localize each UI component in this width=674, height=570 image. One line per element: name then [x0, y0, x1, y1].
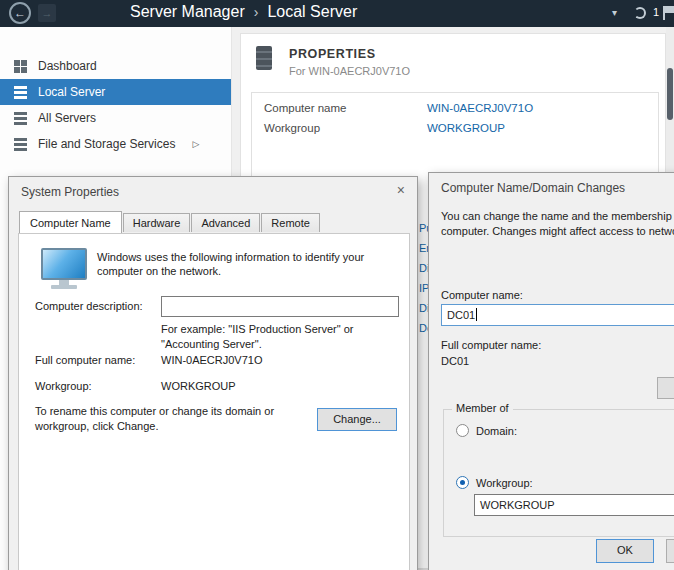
dialog-intro-line1: You can change the name and the membersh… — [441, 209, 674, 224]
description-example-text: For example: "IIS Production Server" or … — [161, 322, 391, 352]
workgroup-input-value: WORKGROUP — [480, 499, 555, 511]
workgroup-input[interactable]: WORKGROUP — [474, 494, 674, 516]
system-properties-dialog: System Properties × Computer Name Hardwa… — [8, 176, 418, 570]
property-value-link[interactable]: WIN-0AECRJ0V71O — [427, 102, 533, 114]
monitor-icon-base — [51, 285, 77, 289]
full-computer-name-label: Full computer name: — [441, 339, 541, 351]
sidebar-item-label: File and Storage Services — [38, 137, 175, 151]
sidebar-item-all-servers[interactable]: All Servers — [0, 105, 231, 131]
server-manager-window: ← → Server Manager › Local Server ▾ 1 Da… — [0, 0, 674, 570]
property-value-link[interactable]: WORKGROUP — [427, 122, 505, 134]
member-of-label: Member of — [452, 402, 513, 414]
sidebar-item-file-storage-services[interactable]: File and Storage Services ▷ — [0, 131, 231, 157]
expand-arrow-icon[interactable]: ▷ — [192, 139, 199, 149]
close-icon[interactable]: × — [397, 183, 405, 197]
dialog-tabs: Computer Name Hardware Advanced Remote — [19, 211, 321, 232]
computer-name-label: Computer name: — [441, 289, 523, 301]
full-computer-name-value: DC01 — [441, 355, 469, 367]
tab-computer-name[interactable]: Computer Name — [19, 211, 122, 233]
computer-name-input[interactable]: DC01 — [441, 304, 674, 326]
sidebar-item-dashboard[interactable]: Dashboard — [0, 53, 231, 79]
full-computer-name-label: Full computer name: — [35, 354, 135, 366]
member-of-group: Member of Domain: Workgroup: WORKGROUP — [443, 409, 674, 537]
table-row: Computer name WIN-0AECRJ0V71O — [252, 99, 658, 119]
notification-count[interactable]: 1 — [653, 6, 659, 18]
breadcrumb: Server Manager › Local Server — [130, 3, 357, 21]
property-label: Workgroup — [264, 122, 320, 134]
properties-server-icon — [256, 46, 272, 70]
breadcrumb-current-page: Local Server — [267, 3, 357, 21]
chevron-down-icon[interactable]: ▾ — [612, 7, 617, 18]
dashboard-icon — [14, 60, 27, 73]
property-value-fragment: En — [419, 238, 428, 258]
computer-name-tab-panel: Windows uses the following information t… — [18, 233, 410, 570]
tab-remote[interactable]: Remote — [261, 213, 320, 232]
property-value-fragment: IP — [419, 278, 428, 298]
occluded-property-values: Pu En Di IP Di Do — [419, 218, 428, 338]
property-label: Computer name — [264, 102, 346, 114]
computer-name-domain-changes-dialog: Computer Name/Domain Changes You can cha… — [428, 172, 674, 570]
workgroup-radio[interactable] — [456, 476, 469, 489]
intro-text: Windows uses the following information t… — [97, 250, 397, 278]
ok-button[interactable]: OK — [596, 539, 654, 563]
sidebar-item-local-server[interactable]: Local Server — [0, 79, 231, 105]
dialog-intro-line2: computer. Changes might affect access to… — [441, 224, 674, 239]
dialog-title: System Properties — [21, 185, 119, 199]
computer-description-input[interactable] — [161, 296, 399, 317]
more-button[interactable] — [657, 377, 674, 399]
properties-title: PROPERTIES — [289, 47, 376, 61]
property-value-fragment: Pu — [419, 218, 428, 238]
server-icon — [14, 86, 27, 99]
computer-description-label: Computer description: — [35, 300, 143, 312]
back-icon[interactable]: ← — [9, 2, 31, 24]
flag-icon[interactable] — [663, 6, 665, 20]
text-cursor — [476, 308, 477, 321]
domain-radio-label[interactable]: Domain: — [476, 425, 517, 437]
dialog-title: Computer Name/Domain Changes — [441, 181, 625, 195]
top-bar: ← → Server Manager › Local Server ▾ 1 — [0, 0, 674, 27]
domain-radio[interactable] — [456, 424, 469, 437]
tab-advanced[interactable]: Advanced — [191, 213, 260, 232]
property-value-fragment: Do — [419, 318, 428, 338]
change-button[interactable]: Change... — [317, 408, 397, 431]
sidebar-item-label: Dashboard — [38, 59, 97, 73]
sidebar-item-label: Local Server — [38, 85, 105, 99]
sidebar-item-label: All Servers — [38, 111, 96, 125]
refresh-icon[interactable] — [634, 7, 646, 19]
storage-icon — [14, 138, 27, 151]
properties-subtitle: For WIN-0AECRJ0V71O — [289, 65, 410, 77]
breadcrumb-separator-icon: › — [254, 4, 259, 20]
workgroup-label: Workgroup: — [35, 380, 92, 392]
scrollbar-thumb[interactable] — [667, 68, 673, 120]
workgroup-radio-label[interactable]: Workgroup: — [476, 477, 533, 489]
cancel-button[interactable] — [666, 539, 674, 563]
workgroup-value: WORKGROUP — [161, 380, 236, 392]
monitor-icon — [41, 248, 87, 280]
tab-hardware[interactable]: Hardware — [123, 213, 191, 232]
full-computer-name-value: WIN-0AECRJ0V71O — [161, 354, 262, 366]
property-value-fragment: Di — [419, 258, 428, 278]
servers-icon — [14, 112, 27, 125]
property-value-fragment: Di — [419, 298, 428, 318]
forward-icon[interactable]: → — [38, 4, 56, 22]
table-row: Workgroup WORKGROUP — [252, 119, 658, 139]
app-title: Server Manager — [130, 3, 245, 21]
computer-name-input-value: DC01 — [447, 309, 475, 321]
rename-hint-text: To rename this computer or change its do… — [35, 404, 297, 434]
